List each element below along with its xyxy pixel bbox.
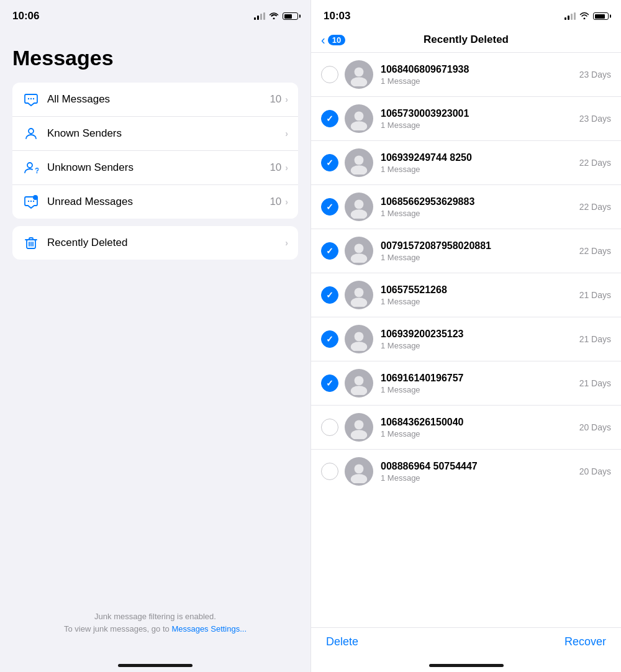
svg-point-4	[27, 163, 32, 168]
unknown-senders-label: Unknown Senders	[47, 161, 270, 174]
check-icon: ✓	[326, 378, 333, 388]
message-number: 1065730003923001	[381, 108, 574, 119]
select-circle[interactable]: ✓	[321, 375, 338, 392]
message-days: 21 Days	[579, 378, 611, 388]
delete-button[interactable]: Delete	[326, 635, 358, 648]
select-circle[interactable]	[321, 463, 338, 480]
svg-point-22	[355, 243, 364, 253]
check-icon: ✓	[326, 158, 333, 168]
wifi-icon-left	[269, 12, 279, 21]
nav-back-button[interactable]: ‹ 10	[321, 34, 345, 46]
nav-title: Recently Deleted	[424, 34, 509, 46]
signal-icon-left	[254, 12, 265, 20]
avatar	[345, 281, 373, 309]
select-circle[interactable]	[321, 66, 338, 83]
svg-point-31	[351, 430, 367, 439]
select-circle[interactable]: ✓	[321, 110, 338, 127]
menu-item-all-messages[interactable]: All Messages 10 ›	[12, 83, 298, 117]
status-bar-right: 10:03	[311, 0, 621, 27]
footer-link[interactable]: Messages Settings...	[171, 624, 247, 633]
status-icons-right	[564, 12, 609, 21]
message-days: 20 Days	[579, 466, 611, 476]
svg-point-9	[33, 195, 38, 200]
message-row[interactable]: ✓ 1069161401967571 Message21 Days	[311, 361, 621, 406]
unknown-senders-count: 10	[270, 161, 281, 174]
svg-point-18	[355, 155, 364, 165]
bubble-icon	[22, 91, 40, 108]
message-sub: 1 Message	[381, 253, 574, 262]
message-info: 1065755212681 Message	[381, 284, 574, 306]
message-row[interactable]: ✓ 1065755212681 Message21 Days	[311, 273, 621, 317]
message-days: 21 Days	[579, 290, 611, 300]
recover-button[interactable]: Recover	[564, 635, 606, 648]
svg-point-7	[30, 201, 32, 202]
svg-point-20	[355, 199, 364, 209]
bottom-bar: Delete Recover	[311, 627, 621, 653]
message-info: 1069392002351231 Message	[381, 329, 574, 350]
status-icons-left	[254, 12, 298, 21]
svg-point-32	[355, 464, 364, 473]
message-sub: 1 Message	[381, 473, 574, 483]
message-info: 10684068096719381 Message	[381, 64, 574, 86]
message-number: 106575521268	[381, 284, 574, 296]
menu-item-unknown-senders[interactable]: ? Unknown Senders 10 ›	[12, 151, 298, 185]
svg-point-21	[351, 209, 367, 219]
menu-item-recently-deleted[interactable]: Recently Deleted ›	[12, 226, 298, 260]
select-circle[interactable]: ✓	[321, 330, 338, 348]
menu-item-unread[interactable]: Unread Messages 10 ›	[12, 185, 298, 219]
left-panel: 10:06 Messages	[0, 0, 310, 672]
message-row[interactable]: 10684068096719381 Message23 Days	[311, 53, 621, 97]
time-right: 10:03	[324, 10, 350, 22]
message-number: 106916140196757	[381, 373, 574, 384]
message-row[interactable]: ✓ 106856629536298831 Message22 Days	[311, 185, 621, 229]
check-icon: ✓	[326, 334, 333, 344]
status-bar-left: 10:06	[0, 0, 310, 27]
svg-point-16	[355, 111, 364, 120]
svg-point-28	[355, 376, 364, 385]
message-sub: 1 Message	[381, 341, 574, 350]
signal-icon-right	[564, 12, 576, 20]
message-row[interactable]: ✓ 106939249744 82501 Message22 Days	[311, 141, 621, 185]
message-number: 106843626150040	[381, 417, 574, 428]
select-circle[interactable]	[321, 419, 338, 436]
home-indicator-left	[118, 664, 193, 667]
battery-icon-right	[593, 12, 609, 20]
person-question-icon: ?	[22, 159, 40, 176]
message-days: 22 Days	[579, 202, 611, 212]
svg-point-26	[355, 332, 364, 341]
all-messages-count: 10	[270, 93, 281, 106]
message-number: 008886964 50754447	[381, 461, 574, 472]
message-info: 1069161401967571 Message	[381, 373, 574, 394]
svg-point-23	[351, 253, 367, 263]
battery-icon-left	[283, 12, 298, 20]
known-senders-chevron: ›	[285, 129, 288, 138]
select-circle[interactable]: ✓	[321, 154, 338, 171]
menu-item-known-senders[interactable]: Known Senders ›	[12, 117, 298, 151]
svg-point-1	[30, 98, 32, 99]
svg-point-2	[33, 98, 34, 99]
message-row[interactable]: ✓ 1069392002351231 Message21 Days	[311, 317, 621, 361]
unread-messages-chevron: ›	[285, 197, 288, 207]
message-days: 21 Days	[579, 334, 611, 344]
select-circle[interactable]: ✓	[321, 286, 338, 304]
message-row[interactable]: 1068436261500401 Message20 Days	[311, 406, 621, 450]
check-icon: ✓	[326, 202, 333, 212]
svg-point-33	[351, 474, 367, 483]
message-row[interactable]: 008886964 507544471 Message20 Days	[311, 450, 621, 493]
message-info: 106939249744 82501 Message	[381, 152, 574, 174]
svg-point-24	[355, 288, 364, 297]
recently-deleted-label: Recently Deleted	[47, 237, 285, 249]
message-days: 23 Days	[579, 70, 611, 79]
message-days: 22 Days	[579, 246, 611, 256]
left-content: Messages All Messages 10 ›	[0, 27, 310, 672]
message-sub: 1 Message	[381, 385, 574, 394]
select-circle[interactable]: ✓	[321, 198, 338, 216]
avatar	[345, 457, 373, 486]
message-row[interactable]: ✓ 10657300039230011 Message23 Days	[311, 97, 621, 141]
select-circle[interactable]: ✓	[321, 242, 338, 260]
svg-point-3	[29, 129, 34, 134]
avatar	[345, 193, 373, 221]
svg-point-8	[33, 201, 34, 202]
message-row[interactable]: ✓ 007915720879580208811 Message22 Days	[311, 229, 621, 273]
back-badge: 10	[328, 35, 345, 45]
